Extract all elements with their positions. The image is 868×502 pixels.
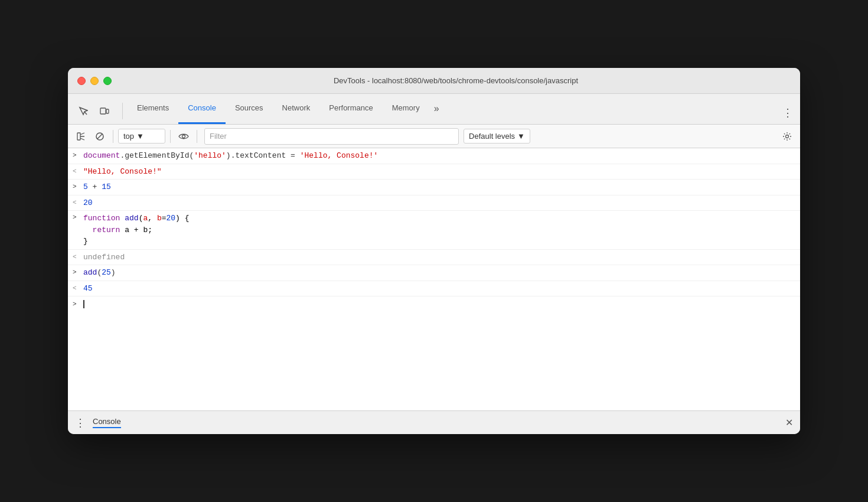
- log-levels-button[interactable]: Default levels ▼: [464, 129, 530, 144]
- devtools-menu-button[interactable]: ⋮: [782, 106, 793, 124]
- eye-icon[interactable]: [175, 128, 192, 145]
- line-content: "Hello, Console!": [83, 166, 795, 178]
- inspect-element-icon[interactable]: [75, 103, 92, 119]
- svg-line-8: [97, 133, 103, 139]
- svg-rect-3: [77, 133, 80, 140]
- line-content: undefined: [83, 252, 795, 263]
- drawer-menu-button[interactable]: ⋮: [75, 416, 86, 429]
- tab-memory[interactable]: Memory: [383, 93, 429, 124]
- tab-performance[interactable]: Performance: [319, 93, 382, 124]
- line-content: add(25): [83, 267, 795, 279]
- bottom-console-tab[interactable]: Console: [93, 417, 121, 428]
- console-input-line[interactable]: >: [68, 296, 800, 312]
- input-arrow: >: [73, 268, 83, 278]
- toolbar-separator-3: [197, 130, 197, 143]
- console-toolbar: top ▼ Default levels ▼: [68, 125, 800, 148]
- output-arrow: <: [73, 167, 83, 177]
- console-output[interactable]: > document.getElementById('hello').textC…: [68, 148, 800, 410]
- minimize-button[interactable]: [90, 77, 99, 85]
- close-button[interactable]: [77, 77, 86, 85]
- line-content: 20: [83, 197, 795, 209]
- toolbar-icons: [75, 103, 113, 124]
- console-line: < 45: [68, 281, 800, 297]
- line-content: document.getElementById('hello').textCon…: [83, 150, 795, 162]
- tab-console[interactable]: Console: [178, 93, 226, 124]
- tab-separator: [122, 103, 123, 119]
- toolbar-separator-1: [113, 130, 113, 143]
- svg-point-9: [182, 135, 185, 138]
- filter-input[interactable]: [204, 128, 459, 145]
- output-arrow: <: [73, 283, 83, 294]
- console-line: < "Hello, Console!": [68, 164, 800, 180]
- svg-line-4: [80, 133, 84, 135]
- svg-line-0: [84, 112, 87, 115]
- line-content: 45: [83, 283, 795, 295]
- tab-network[interactable]: Network: [273, 93, 320, 124]
- input-arrow: >: [73, 151, 83, 161]
- svg-rect-1: [100, 108, 106, 114]
- svg-point-10: [786, 135, 789, 138]
- input-arrow: >: [73, 213, 83, 223]
- svg-line-5: [80, 138, 84, 140]
- line-content: function add(a, b=20) { return a + b; }: [83, 213, 795, 247]
- console-line: > function add(a, b=20) { return a + b; …: [68, 211, 800, 250]
- console-line: < undefined: [68, 250, 800, 266]
- clear-console-icon[interactable]: [73, 128, 89, 145]
- window-title: DevTools - localhost:8080/web/tools/chro…: [121, 76, 791, 85]
- toolbar-separator-2: [170, 130, 171, 143]
- console-line: > add(25): [68, 265, 800, 281]
- console-line: > 5 + 15: [68, 180, 800, 195]
- bottom-bar: ⋮ Console ✕: [68, 410, 800, 434]
- context-selector[interactable]: top ▼: [118, 129, 165, 144]
- cursor: [83, 300, 84, 308]
- titlebar: DevTools - localhost:8080/web/tools/chro…: [68, 68, 800, 94]
- close-drawer-button[interactable]: ✕: [785, 417, 793, 428]
- line-content: 5 + 15: [83, 181, 795, 193]
- device-toolbar-icon[interactable]: [96, 103, 113, 119]
- traffic-lights: [77, 77, 112, 85]
- input-arrow: >: [73, 299, 83, 309]
- devtools-window: DevTools - localhost:8080/web/tools/chro…: [68, 68, 800, 434]
- more-tabs-button[interactable]: »: [429, 93, 444, 124]
- tab-sources[interactable]: Sources: [226, 93, 273, 124]
- tab-elements[interactable]: Elements: [128, 93, 178, 124]
- block-icon[interactable]: [92, 128, 108, 145]
- console-line: < 20: [68, 195, 800, 211]
- svg-rect-2: [106, 109, 109, 113]
- settings-icon[interactable]: [779, 128, 795, 145]
- output-arrow: <: [73, 198, 83, 208]
- console-line: > document.getElementById('hello').textC…: [68, 148, 800, 164]
- input-arrow: >: [73, 182, 83, 192]
- maximize-button[interactable]: [103, 77, 112, 85]
- tabbar: Elements Console Sources Network Perform…: [68, 94, 800, 125]
- output-arrow: <: [73, 252, 83, 262]
